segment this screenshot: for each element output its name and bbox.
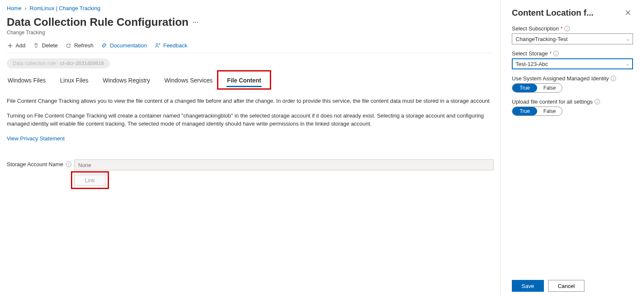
identity-label: Use System Assigned Managed Identity i: [512, 75, 633, 82]
pill-value: ct-dcr-2031400618: [60, 60, 104, 66]
chevron-down-icon: ⌵: [626, 61, 629, 67]
toggle-true[interactable]: True: [512, 107, 537, 115]
documentation-label: Documentation: [110, 42, 147, 49]
storage-form-row: Storage Account Name i Link: [7, 159, 494, 186]
feedback-icon: [155, 42, 161, 49]
identity-toggle[interactable]: True False: [512, 83, 562, 93]
chevron-down-icon: ⌵: [626, 36, 629, 42]
cancel-button[interactable]: Cancel: [548, 280, 584, 292]
description-p2: Turning on File Content Change Tracking …: [7, 112, 492, 128]
breadcrumb-item[interactable]: RomLinux | Change Tracking: [30, 5, 100, 11]
storage-select-label-text: Select Storage: [512, 50, 548, 57]
delete-button[interactable]: Delete: [33, 42, 58, 49]
dcr-pill: Data collection rule : ct-dcr-2031400618: [7, 58, 110, 69]
breadcrumb: Home › RomLinux | Change Tracking: [7, 5, 494, 11]
upload-label: Upload file content for all settings i: [512, 99, 633, 105]
side-panel: Content Location f... Select Subscriptio…: [500, 0, 644, 296]
privacy-link[interactable]: View Privacy Statement: [7, 135, 65, 142]
tab-windows-registry[interactable]: Windows Registry: [102, 74, 151, 86]
upload-toggle[interactable]: True False: [512, 107, 562, 116]
delete-label: Delete: [42, 42, 58, 49]
description-p1: File Content Change Tracking allows you …: [7, 97, 492, 105]
toggle-false[interactable]: False: [537, 107, 562, 115]
feedback-button[interactable]: Feedback: [155, 42, 187, 49]
documentation-button[interactable]: Documentation: [101, 42, 147, 49]
trash-icon: [33, 42, 39, 49]
feedback-label: Feedback: [163, 42, 187, 49]
info-icon[interactable]: i: [553, 51, 559, 56]
storage-select[interactable]: Test-123-Abc ⌵: [512, 58, 633, 69]
panel-title: Content Location f...: [512, 8, 593, 18]
chevron-right-icon: ›: [24, 5, 26, 11]
info-icon[interactable]: i: [611, 76, 616, 81]
plus-icon: [7, 42, 13, 49]
refresh-button[interactable]: Refresh: [65, 42, 94, 49]
pill-prefix: Data collection rule :: [13, 60, 60, 66]
storage-account-input[interactable]: [74, 159, 494, 170]
panel-footer: Save Cancel: [501, 276, 644, 296]
info-icon[interactable]: i: [564, 26, 570, 31]
storage-account-label: Storage Account Name i: [7, 159, 74, 167]
save-button[interactable]: Save: [512, 280, 544, 292]
tab-windows-files[interactable]: Windows Files: [7, 74, 46, 86]
required-star: *: [549, 50, 552, 57]
subscription-label: Select Subscription * i: [512, 25, 633, 32]
link-icon: [101, 42, 107, 49]
svg-point-0: [156, 43, 158, 45]
breadcrumb-home[interactable]: Home: [7, 5, 22, 11]
toolbar: Add Delete Refresh Documentation Feedbac…: [7, 40, 494, 53]
identity-label-text: Use System Assigned Managed Identity: [512, 75, 609, 82]
add-label: Add: [16, 42, 25, 49]
tab-linux-files[interactable]: Linux Files: [59, 74, 89, 86]
tab-windows-services[interactable]: Windows Services: [163, 74, 213, 86]
storage-select-value: Test-123-Abc: [516, 61, 548, 67]
subscription-label-text: Select Subscription: [512, 25, 559, 32]
upload-label-text: Upload file content for all settings: [512, 99, 593, 105]
add-button[interactable]: Add: [7, 42, 25, 49]
toggle-false[interactable]: False: [537, 84, 562, 92]
tab-file-content[interactable]: File Content: [226, 74, 262, 86]
storage-select-label: Select Storage * i: [512, 50, 633, 57]
toggle-true[interactable]: True: [512, 84, 537, 92]
info-icon[interactable]: i: [595, 99, 600, 104]
subscription-select[interactable]: ChangeTracking-Test ⌵: [512, 33, 633, 44]
tabs: Windows Files Linux Files Windows Regist…: [7, 74, 494, 86]
required-star: *: [560, 25, 562, 32]
page-subtitle: Change Tracking: [7, 30, 494, 36]
page-title: Data Collection Rule Configuration ···: [7, 16, 494, 29]
page-title-text: Data Collection Rule Configuration: [7, 16, 188, 29]
subscription-value: ChangeTracking-Test: [516, 36, 568, 42]
storage-label-text: Storage Account Name: [7, 161, 63, 167]
refresh-icon: [65, 42, 72, 49]
close-icon[interactable]: [623, 8, 633, 18]
info-icon[interactable]: i: [66, 162, 71, 167]
more-icon[interactable]: ···: [193, 19, 199, 26]
refresh-label: Refresh: [74, 42, 94, 49]
description: File Content Change Tracking allows you …: [7, 97, 492, 143]
link-button[interactable]: Link: [74, 175, 106, 186]
